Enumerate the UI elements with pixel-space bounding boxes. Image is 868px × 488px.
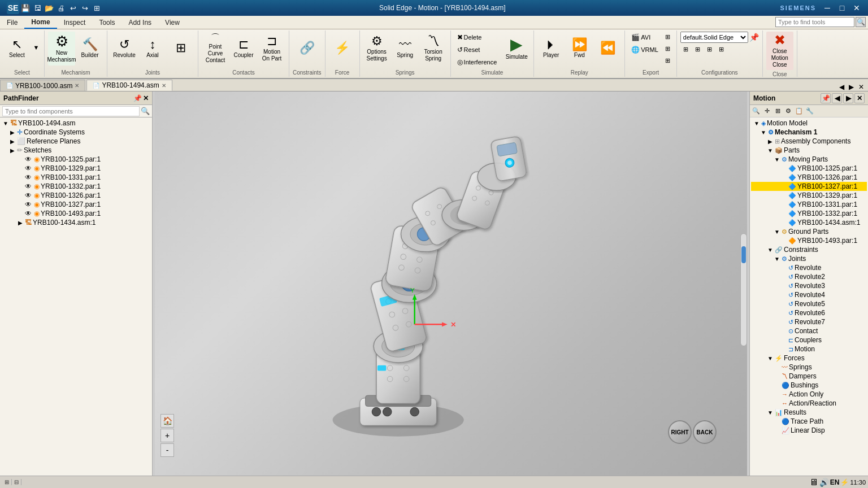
expand-icon[interactable]: ▶ (767, 138, 774, 145)
viewport-zoom-out-button[interactable]: - (160, 443, 174, 457)
bushings-item[interactable]: 🔵 Bushings (751, 381, 867, 390)
mechanism1-item[interactable]: ▼ ⚙ Mechanism 1 (751, 128, 867, 137)
save-all-btn[interactable]: 🖫 (32, 2, 43, 14)
expand-icon[interactable]: ▼ (760, 129, 767, 136)
tab-nav-right[interactable]: ▶ (847, 83, 856, 91)
config-btn3[interactable]: ⊞ (704, 44, 715, 55)
revolute2-item[interactable]: ↺ Revolute2 (751, 272, 867, 281)
tree-coord-systems[interactable]: ▶ ✛ Coordinate Systems (1, 128, 151, 137)
menu-file[interactable]: File (0, 16, 24, 29)
replay-back-button[interactable]: ⏪ (594, 32, 621, 66)
tab-yrb100-1494[interactable]: 📄 YRB100-1494.asm ✕ (86, 80, 172, 91)
player-button[interactable]: ⏵ Player (537, 32, 565, 66)
tree-part-1493[interactable]: 👁 ◉ YRB100-1493.par:1 (1, 209, 151, 218)
motion-part-1325[interactable]: 🔷 YRB100-1325.par:1 (751, 164, 867, 173)
motion-joint-item[interactable]: ⊐ Motion (751, 345, 867, 354)
view-back-button[interactable]: BACK (693, 420, 717, 444)
close-motion-button[interactable]: ✖ CloseMotionClose (766, 32, 793, 70)
tab-yrb100-1494-close[interactable]: ✕ (162, 82, 166, 89)
minimize-button[interactable]: ─ (821, 3, 834, 13)
expand-icon[interactable]: ▼ (774, 256, 780, 262)
reset-button[interactable]: ↺ Reset (454, 44, 500, 55)
menu-inspect[interactable]: Inspect (57, 16, 93, 29)
tree-part-1332[interactable]: 👁 ◉ YRB100-1332.par:1 (1, 182, 151, 191)
menu-tools[interactable]: Tools (92, 16, 121, 29)
axial-button[interactable]: ↕ Axial (139, 32, 166, 66)
expand-icon[interactable]: ▼ (767, 247, 774, 253)
menu-view[interactable]: View (158, 16, 186, 29)
tree-ref-planes[interactable]: ▶ ⬜ Reference Planes (1, 137, 151, 146)
redo-btn[interactable]: ↪ (79, 2, 90, 14)
point-curve-button[interactable]: ⌒ Point CurveContact (202, 32, 229, 66)
tree-part-1331[interactable]: 👁 ◉ YRB100-1331.par:1 (1, 173, 151, 182)
motion-tb-btn2[interactable]: ✛ (762, 106, 772, 116)
revolute-item[interactable]: ↺ Revolute (751, 263, 867, 272)
motion-collapse-icon[interactable]: ◀ (832, 93, 842, 103)
results-item[interactable]: ▼ 📊 Results (751, 408, 867, 417)
motion-tb-btn3[interactable]: ⊞ (772, 106, 783, 116)
couplers-item[interactable]: ⊏ Couplers (751, 336, 867, 345)
revolute-button[interactable]: ↺ Revolute (111, 32, 138, 66)
trace-path-item[interactable]: 🔵 Trace Path (751, 417, 867, 426)
action-reaction-item[interactable]: ↔ Action/Reaction (751, 399, 867, 408)
springs-item[interactable]: 〰 Springs (751, 363, 867, 372)
ground-parts-item[interactable]: ▼ ⚙ Ground Parts (751, 227, 867, 236)
tree-part-1325[interactable]: 👁 ◉ YRB100-1325.par:1 (1, 155, 151, 164)
close-button[interactable]: ✕ (850, 3, 863, 13)
expand-icon[interactable]: ▼ (767, 147, 774, 154)
motion-tb-btn1[interactable]: 🔍 (751, 106, 761, 116)
revolute3-item[interactable]: ↺ Revolute3 (751, 281, 867, 290)
delete-button[interactable]: ✖ Delete (454, 32, 500, 43)
tree-part-1327[interactable]: 👁 ◉ YRB100-1327.par:1 (1, 200, 151, 209)
menu-addins[interactable]: Add Ins (121, 16, 158, 29)
builder-button[interactable]: 🔨 Builder (76, 32, 103, 66)
motion-pin-icon[interactable]: 📌 (821, 93, 831, 103)
expand-icon[interactable]: ▼ (767, 355, 774, 361)
export-more2[interactable]: ⊞ (662, 43, 673, 54)
motion-tb-btn4[interactable]: ⚙ (783, 106, 793, 116)
slider-handle[interactable] (741, 246, 746, 263)
motion-part-1329[interactable]: 🔷 YRB100-1329.par:1 (751, 191, 867, 200)
viewport-home-button[interactable]: 🏠 (160, 414, 174, 428)
find-search-icon[interactable]: 🔍 (856, 17, 866, 27)
motion-part-1434[interactable]: 🔷 YRB100-1434.asm:1 (751, 218, 867, 227)
spring-button[interactable]: 〰 Spring (392, 32, 419, 66)
moving-parts-item[interactable]: ▼ ⚙ Moving Parts (751, 155, 867, 164)
expand-icon[interactable]: ▼ (774, 156, 780, 163)
linear-disp-item[interactable]: 📈 Linear Disp (751, 426, 867, 435)
torsion-spring-button[interactable]: 〽 TorsionSpring (420, 32, 447, 66)
expand-icon[interactable]: ▼ (774, 229, 780, 235)
viewport-zoom-in-button[interactable]: + (160, 429, 174, 442)
config-btn1[interactable]: ⊞ (680, 44, 691, 55)
tree-sketches[interactable]: ▶ ✏ Sketches (1, 146, 151, 155)
print-btn[interactable]: 🖨 (55, 2, 67, 14)
save-btn[interactable]: 💾 (20, 2, 31, 14)
config-dropdown[interactable]: default.Solid Edge (680, 32, 748, 43)
pathfinder-pin-icon[interactable]: 📌 (133, 94, 142, 102)
parts-item[interactable]: ▼ 📦 Parts (751, 146, 867, 155)
vertical-slider[interactable] (740, 233, 747, 346)
motion-part-1332[interactable]: 🔷 YRB100-1332.par:1 (751, 209, 867, 218)
config-btn2[interactable]: ⊞ (692, 44, 703, 55)
coupler-button[interactable]: ⊏ Coupler (230, 32, 257, 66)
action-only-item[interactable]: → Action Only (751, 390, 867, 399)
simulate-button[interactable]: ▶ Simulate (503, 32, 530, 66)
new-mechanism-button[interactable]: ⚙ NewMechanism (48, 32, 75, 66)
dampers-item[interactable]: 〽 Dampers (751, 372, 867, 381)
motion-tb-btn5[interactable]: 📋 (794, 106, 804, 116)
config-btn4[interactable]: ⊞ (716, 44, 727, 55)
revolute4-item[interactable]: ↺ Revolute4 (751, 290, 867, 299)
undo-btn[interactable]: ↩ (67, 2, 79, 14)
motion-model-item[interactable]: ▼ ◈ Motion Model (751, 119, 867, 128)
fwd-button[interactable]: ⏩ Fwd (566, 32, 593, 66)
joints-more-button[interactable]: ⊞ (167, 32, 194, 66)
motion-part-1327[interactable]: 🔷 YRB100-1327.par:1 (751, 182, 867, 191)
select-options[interactable]: ▼ (32, 32, 41, 63)
expand-icon[interactable]: ▶ (9, 147, 16, 154)
motion-part-1326[interactable]: 🔷 YRB100-1326.par:1 (751, 173, 867, 182)
options-settings-button[interactable]: ⚙ OptionsSettings (363, 32, 390, 66)
expand-icon[interactable]: ▶ (9, 138, 16, 145)
expand-icon[interactable]: ▶ (9, 129, 16, 136)
pathfinder-search-input[interactable] (2, 106, 140, 116)
expand-icon[interactable]: ▶ (17, 220, 24, 226)
